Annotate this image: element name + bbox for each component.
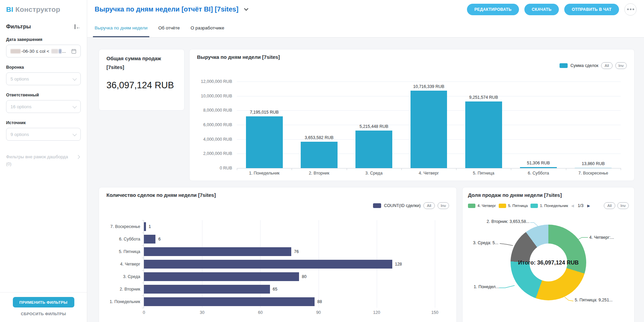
filters-title: Фильтры — [6, 24, 31, 30]
deal-count-plot: 7. Воскресенье6. Суббота5. Пятница4. Чет… — [106, 220, 449, 308]
legend-item-thursday[interactable]: 4. Четверг — [468, 204, 496, 208]
ellipsis-icon — [630, 8, 631, 10]
bar-value-label: 88 — [317, 299, 322, 304]
redacted-date-part — [10, 49, 21, 53]
bar-6. Суббота[interactable]: 6 — [144, 233, 435, 245]
external-filters-toggle[interactable]: Фильтры вне рамок дашборда — [6, 154, 81, 159]
redacted-date-part — [59, 49, 61, 53]
y-axis-tick: 8,000,000 RUB — [203, 108, 232, 113]
x-axis-tick: 30 — [200, 310, 204, 315]
bar-4. Четверг[interactable]: 128 — [144, 258, 435, 270]
legend-inv-button[interactable]: Inv — [615, 62, 627, 69]
legend-inv-button[interactable]: Inv — [617, 202, 629, 209]
date-ellipsis: ... — [62, 49, 66, 54]
donut-plot-area: Итого: 36,097,124 RUB 2. Вторник: 3,653,… — [463, 211, 634, 322]
donut-callout-tuesday: 2. Вторник: 3,653,58... — [469, 219, 529, 224]
app-root: BIКонструктор Фильтры ← Дата завершения … — [0, 0, 644, 322]
y-axis-tick: 12,000,000 RUB — [201, 79, 232, 84]
redacted-date-part — [51, 49, 58, 53]
funnel-filter-select[interactable]: 5 options — [6, 72, 81, 85]
x-axis-tick: 60 — [258, 310, 263, 315]
bar-value-label: 13,860 RUB — [582, 161, 605, 166]
bar-1. Понедельник[interactable]: 7,195,015 RUB — [237, 82, 292, 168]
collapse-sidebar-icon[interactable]: ← — [75, 24, 81, 30]
responsible-filter-select[interactable]: 16 options — [6, 100, 81, 113]
bar-2. Вторник[interactable]: 3,653,582 RUB — [292, 82, 346, 168]
responsible-filter-label: Ответственный — [6, 93, 81, 97]
tab-about-developer[interactable]: О разработчике — [191, 19, 224, 37]
date-filter-input[interactable]: -06-30 ≤ col < ... — [6, 45, 81, 58]
legend-label[interactable]: COUNT(ID сделки) — [384, 203, 421, 208]
legend-all-button[interactable]: All — [604, 202, 615, 209]
callout-label: 3. Среда: 5... — [473, 240, 498, 245]
bar-3. Среда[interactable]: 5,215,448 RUB — [347, 82, 401, 168]
bar-6. Суббота[interactable]: 51,306 RUB — [511, 82, 566, 168]
x-axis-tick: 0 — [143, 310, 145, 315]
bar-value-label: 65 — [273, 287, 277, 292]
legend-swatch — [468, 204, 475, 208]
bar-value-label: 3,653,582 RUB — [305, 135, 333, 140]
tab-about-report[interactable]: Об отчёте — [158, 19, 180, 37]
category-label: 3. Среда — [106, 270, 144, 283]
hbar-category-labels: 7. Воскресенье6. Суббота5. Пятница4. Чет… — [106, 220, 144, 308]
apply-filters-button[interactable]: ПРИМЕНИТЬ ФИЛЬТРЫ — [13, 297, 74, 307]
tab-revenue-by-weekday[interactable]: Выручка по дням недели — [95, 19, 148, 37]
legend-item-friday[interactable]: 5. Пятница — [499, 204, 528, 208]
legend-prev-page-icon[interactable]: ◀ — [571, 204, 574, 208]
hbar-plot-area: 1676128806588 0306090120150 — [144, 220, 435, 308]
hbar-x-ticks: 0306090120150 — [144, 308, 435, 315]
send-to-chat-button[interactable]: ОТПРАВИТЬ В ЧАТ — [564, 4, 619, 15]
kpi-value: 36,097,124 RUB — [106, 80, 177, 91]
dashboard-canvas: Общая сумма продаж [7sites] 36,097,124 R… — [87, 38, 644, 322]
legend-inv-button[interactable]: Inv — [438, 202, 449, 209]
callout-label: 4. Четверг:... — [589, 235, 614, 240]
bar-3. Среда[interactable]: 80 — [144, 270, 435, 283]
source-filter-value: 9 options — [10, 132, 29, 137]
date-filter-value: -06-30 ≤ col < — [21, 49, 49, 54]
y-axis-tick: 4,000,000 RUB — [203, 137, 232, 142]
logo-bi: BI — [6, 5, 13, 13]
bar-7. Воскресенье[interactable]: 13,860 RUB — [566, 82, 621, 168]
bar-chart-bars: 7,195,015 RUB3,653,582 RUB5,215,448 RUB1… — [237, 82, 621, 168]
external-filters-label: Фильтры вне рамок дашборда — [6, 154, 68, 159]
app-logo: BIКонструктор — [6, 5, 81, 14]
hbar-chart-title: Количество сделок по дням недели [7sites… — [106, 192, 449, 198]
more-menu-button[interactable] — [624, 3, 637, 16]
bar-5. Пятница[interactable]: 9,251,574 RUB — [456, 82, 511, 168]
bar-value-label: 6 — [158, 237, 160, 242]
deal-count-chart-card: Количество сделок по дням недели [7sites… — [99, 187, 457, 322]
sales-share-donut-card: Доля продаж по дням недели [7sites] 4. Ч… — [462, 187, 635, 322]
bar-1. Понедельник[interactable]: 88 — [144, 295, 435, 308]
bar-chart-title: Выручка по дням недели [7sites] — [197, 54, 627, 60]
kpi-card-total-sales: Общая сумма продаж [7sites] 36,097,124 R… — [99, 49, 184, 111]
callout-label: 1. Понедел... — [474, 284, 499, 289]
callout-label: 2. Вторник: 3,653,58... — [487, 219, 529, 224]
date-filter-label: Дата завершения — [6, 37, 81, 42]
bar-5. Пятница[interactable]: 76 — [144, 245, 435, 258]
bar-chart-x-labels: 1. Понедельник2. Вторник3. Среда4. Четве… — [237, 171, 621, 176]
y-axis-tick: 6,000,000 RUB — [203, 122, 232, 127]
legend-label[interactable]: Сумма сделок — [570, 63, 598, 68]
legend-all-button[interactable]: All — [601, 62, 613, 69]
legend-all-button[interactable]: All — [423, 202, 435, 209]
donut-callout-thursday: 4. Четверг:... — [589, 235, 633, 240]
bar-2. Вторник[interactable]: 65 — [144, 283, 435, 295]
logo-text: Конструктор — [15, 5, 60, 13]
bar-value-label: 51,306 RUB — [527, 161, 550, 165]
source-filter-select[interactable]: 9 options — [6, 128, 81, 141]
legend-next-page-icon[interactable]: ▶ — [587, 204, 590, 208]
donut-callout-wednesday: 3. Среда: 5... — [467, 240, 498, 245]
chevron-down-icon[interactable] — [244, 6, 248, 11]
x-axis-tick: 90 — [316, 310, 321, 315]
y-axis-tick: 10,000,000 RUB — [201, 94, 232, 98]
calendar-icon[interactable] — [71, 49, 76, 54]
reset-filters-button[interactable]: СБРОСИТЬ ФИЛЬТРЫ — [21, 312, 66, 316]
bar-value-label: 1 — [149, 224, 151, 229]
bar-4. Четверг[interactable]: 10,716,339 RUB — [401, 82, 456, 168]
download-button[interactable]: СКАЧАТЬ — [524, 4, 559, 15]
bar-7. Воскресенье[interactable]: 1 — [144, 220, 435, 233]
responsible-filter-value: 16 options — [10, 104, 31, 109]
legend-item-monday[interactable]: 1. Понедельник — [530, 204, 568, 208]
edit-button[interactable]: РЕДАКТИРОВАТЬ — [467, 4, 519, 15]
donut-callout-friday: 5. Пятница: 9,251... — [575, 298, 629, 302]
